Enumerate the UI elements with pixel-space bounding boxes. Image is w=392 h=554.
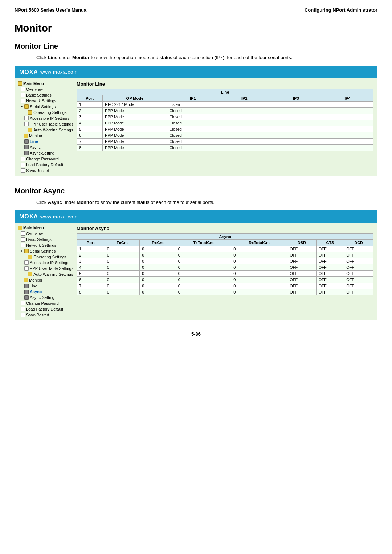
- sidebar-line-item[interactable]: Line: [16, 139, 71, 144]
- cell-ip2: [219, 144, 270, 151]
- sidebar-monitor-folder-line[interactable]: - Monitor: [16, 133, 71, 139]
- monitor-async-description: Click Async under Monitor to show the cu…: [36, 199, 377, 206]
- sidebar-basic-line[interactable]: Basic Settings: [16, 92, 71, 98]
- expand-icon-serial-async: +: [21, 249, 23, 253]
- cell-txtotal: 0: [176, 283, 231, 289]
- sidebar-accessible-line[interactable]: Accessible IP Settings: [16, 115, 71, 121]
- moxa-header-async: MOXA www.moxa.com: [15, 210, 377, 223]
- sidebar-load-factory-line[interactable]: Load Factory Default: [16, 162, 71, 168]
- cell-rxcnt: 0: [140, 277, 176, 283]
- moxa-panel-async: MOXA www.moxa.com Main Menu Overview Bas…: [15, 210, 377, 320]
- table-row: 6 PPP Mode Closed: [77, 132, 373, 138]
- cell-txcnt: 0: [105, 289, 140, 295]
- expand-icon-warning: +: [24, 128, 27, 132]
- page-icon-save-restart: [21, 168, 25, 173]
- page-icon-load-factory: [21, 163, 25, 167]
- cell-ip1: Closed: [167, 144, 219, 151]
- sidebar-network-line[interactable]: Network Settings: [16, 98, 71, 104]
- cell-op-mode: PPP Mode: [103, 107, 167, 114]
- sidebar-ppp-async[interactable]: PPP User Table Settings: [16, 266, 71, 271]
- sidebar-warning-async[interactable]: + Auto Warning Settings: [16, 271, 71, 277]
- cell-ip3: [270, 144, 322, 151]
- table-row: 1 RFC 2217 Mode Listen: [77, 101, 373, 107]
- table-row: 3 0 0 0 0 OFF OFF OFF: [77, 258, 373, 264]
- async-bold: Async: [48, 200, 62, 205]
- cell-rxtotal: 0: [231, 277, 287, 283]
- cell-dcd: OFF: [344, 264, 373, 271]
- sidebar-monitor-folder-async[interactable]: - Monitor: [16, 277, 71, 283]
- monitor-async-section: Monitor Async Click Async under Monitor …: [15, 187, 377, 321]
- cell-ip2: [219, 114, 270, 120]
- moxa-panel-line: MOXA www.moxa.com Main Menu Overview Bas…: [15, 66, 377, 176]
- sidebar-load-factory-async[interactable]: Load Factory Default: [16, 306, 71, 312]
- sidebar-serial-async[interactable]: + Serial Settings: [16, 248, 71, 254]
- cell-txcnt: 0: [105, 271, 140, 277]
- sidebar-save-restart-async[interactable]: Save/Restart: [16, 312, 71, 318]
- page-icon-accessible: [24, 116, 29, 120]
- sidebar-async-setting-line[interactable]: Async-Setting: [16, 150, 71, 156]
- table-row: 1 0 0 0 0 OFF OFF OFF: [77, 246, 373, 252]
- sidebar-line-item-async[interactable]: Line: [16, 283, 71, 289]
- page-icon-network: [21, 99, 25, 103]
- sidebar-ppp-line[interactable]: PPP User Table Settings: [16, 121, 71, 127]
- cell-ip4: [322, 114, 373, 120]
- table-row: 2 0 0 0 0 OFF OFF OFF: [77, 252, 373, 258]
- sidebar-async-setting-async[interactable]: Async-Setting: [16, 295, 71, 300]
- sidebar-main-menu-line[interactable]: Main Menu: [16, 81, 71, 86]
- sidebar-async-active[interactable]: Async: [16, 289, 71, 295]
- page-icon-load-factory-async: [21, 307, 25, 311]
- sidebar-overview-line[interactable]: Overview: [16, 86, 71, 92]
- expand-icon-monitor-async: -: [21, 278, 23, 282]
- monitor-icon-async-setting: [24, 151, 29, 155]
- sidebar-serial-line[interactable]: + Serial Settings: [16, 104, 71, 110]
- monitor-icon-async-active: [24, 290, 29, 294]
- cell-txcnt: 0: [105, 258, 140, 264]
- monitor-line-section: Monitor Line Click Line under Monitor to…: [15, 42, 377, 176]
- sidebar-operating-line[interactable]: + Operating Settings: [16, 110, 71, 115]
- sidebar-warning-line[interactable]: + Auto Warning Settings: [16, 127, 71, 133]
- expand-icon-warning-async: +: [24, 272, 27, 276]
- cell-ip4: [322, 144, 373, 151]
- col-header-op: OP Mode: [103, 95, 167, 101]
- sidebar-async-item-line[interactable]: Async: [16, 144, 71, 150]
- cell-rxcnt: 0: [140, 246, 176, 252]
- cell-op-mode: RFC 2217 Mode: [103, 101, 167, 107]
- cell-ip2: [219, 120, 270, 126]
- page-icon-ppp-async: [24, 266, 29, 271]
- cell-port: 3: [77, 114, 103, 120]
- folder-icon-main-async: [18, 226, 22, 230]
- cell-cts: OFF: [316, 264, 344, 271]
- line-group-header: Line: [77, 89, 373, 95]
- moxa-url-line: www.moxa.com: [40, 69, 78, 75]
- manual-title: NPort 5600 Series User's Manual: [15, 7, 88, 13]
- sidebar-overview-async[interactable]: Overview: [16, 231, 71, 237]
- sidebar-change-pw-line[interactable]: Change Password: [16, 156, 71, 162]
- sidebar-change-pw-async[interactable]: Change Password: [16, 300, 71, 306]
- col-header-ip1: IP1: [167, 95, 219, 101]
- cell-ip4: [322, 107, 373, 114]
- sidebar-operating-async[interactable]: + Operating Settings: [16, 254, 71, 260]
- page-icon-change-pw: [21, 157, 25, 161]
- cell-op-mode: PPP Mode: [103, 126, 167, 132]
- moxa-url-async: www.moxa.com: [40, 214, 78, 219]
- cell-dsr: OFF: [287, 277, 316, 283]
- cell-txtotal: 0: [176, 289, 231, 295]
- table-row: 5 PPP Mode Closed: [77, 126, 373, 132]
- sidebar-main-menu-async[interactable]: Main Menu: [16, 225, 71, 231]
- cell-op-mode: PPP Mode: [103, 120, 167, 126]
- sidebar-network-async[interactable]: Network Settings: [16, 242, 71, 248]
- cell-cts: OFF: [316, 258, 344, 264]
- cell-port: 8: [77, 144, 103, 151]
- sidebar-accessible-async[interactable]: Accessible IP Settings: [16, 260, 71, 266]
- cell-ip3: [270, 126, 322, 132]
- cell-rxcnt: 0: [140, 283, 176, 289]
- page-icon-overview-async: [21, 231, 25, 236]
- cell-dcd: OFF: [344, 289, 373, 295]
- cell-dcd: OFF: [344, 277, 373, 283]
- sidebar-basic-async[interactable]: Basic Settings: [16, 237, 71, 242]
- folder-icon-serial-async: [24, 249, 29, 253]
- sidebar-save-restart-line[interactable]: Save/Restart: [16, 168, 71, 173]
- cell-ip2: [219, 138, 270, 144]
- cell-cts: OFF: [316, 246, 344, 252]
- cell-dcd: OFF: [344, 271, 373, 277]
